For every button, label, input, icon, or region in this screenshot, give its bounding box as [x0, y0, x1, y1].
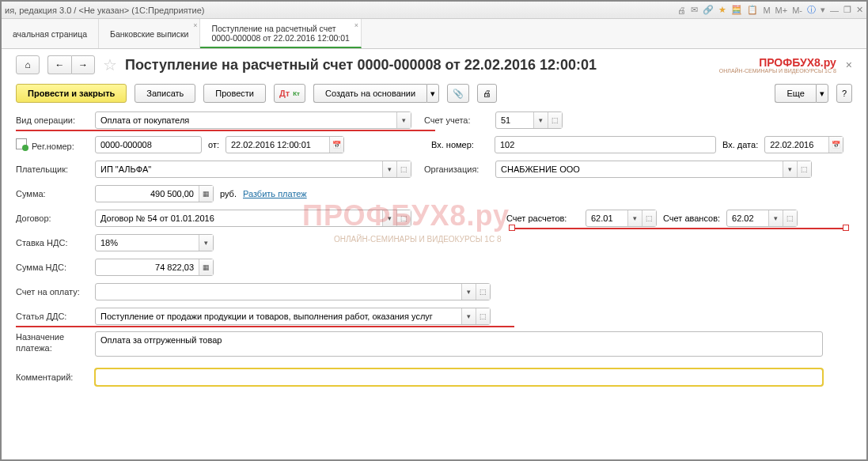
fav-icon[interactable]: ★ [718, 5, 726, 15]
account-input[interactable] [496, 112, 533, 128]
window-close-icon[interactable]: ✕ [856, 5, 863, 15]
favorite-icon[interactable]: ☆ [103, 55, 117, 74]
info-icon[interactable]: ⓘ [807, 4, 816, 16]
calculator-icon[interactable]: ▦ [199, 259, 213, 275]
acct-adv-input[interactable] [727, 210, 768, 226]
titlebar-icons: 🖨 ✉ 🔗 ★ 🧮 📋 M M+ M- ⓘ ▾ — ❐ ✕ [677, 4, 863, 16]
open-icon[interactable]: ⬚ [783, 210, 797, 226]
calendar-icon[interactable]: 📅 [828, 137, 843, 153]
open-icon[interactable]: ⬚ [396, 210, 411, 226]
logo: ПРОФБУХ8.ру ОНЛАЙН-СЕМИНАРЫ И ВИДЕОКУРСЫ… [719, 57, 836, 74]
register-icon[interactable]: ДтКт [274, 84, 305, 103]
print-icon[interactable]: 🖨 [677, 6, 686, 15]
label-comment: Комментарий: [16, 372, 95, 382]
cal-icon[interactable]: 📋 [747, 5, 758, 15]
label-purpose: Назначение платежа: [16, 331, 95, 354]
open-icon[interactable]: ⬚ [797, 161, 811, 177]
dropdown-icon[interactable]: ▾ [768, 210, 783, 226]
incnum-input[interactable] [495, 137, 715, 153]
label-account: Счет учета: [424, 115, 495, 125]
command-bar: Провести и закрыть Записать Провести ДтК… [2, 77, 866, 111]
back-button[interactable]: ← [47, 55, 71, 74]
label-payer: Плательщик: [16, 164, 95, 174]
help-button[interactable]: ? [836, 84, 852, 103]
label-vat-rate: Ставка НДС: [16, 238, 95, 248]
calculator-icon[interactable]: ▦ [199, 186, 213, 202]
operation-type-input[interactable] [96, 112, 396, 128]
calendar-icon[interactable]: 📅 [329, 137, 343, 153]
label-contract: Договор: [16, 213, 95, 223]
open-icon[interactable]: ⬚ [396, 161, 411, 177]
m-minus[interactable]: M- [792, 6, 802, 15]
save-button[interactable]: Записать [135, 84, 195, 103]
open-icon[interactable]: ⬚ [642, 210, 656, 226]
label-dds: Статья ДДС: [16, 312, 95, 321]
m-clear[interactable]: M [763, 6, 770, 15]
vat-sum-input[interactable] [96, 259, 199, 275]
dropdown-icon[interactable]: ▾ [382, 161, 396, 177]
tab-receipt[interactable]: Поступление на расчетный счет 0000-00000… [200, 19, 362, 48]
date-input[interactable] [226, 137, 329, 153]
dropdown-icon[interactable]: ▾ [199, 235, 213, 251]
label-date: от: [208, 140, 219, 149]
dropdown-icon[interactable]: ▾ [461, 284, 476, 300]
link-icon[interactable]: 🔗 [703, 5, 714, 15]
more-button[interactable]: Еще [775, 84, 815, 103]
label-vat-sum: Сумма НДС: [16, 263, 95, 272]
home-button[interactable]: ⌂ [16, 55, 40, 74]
attach-icon[interactable]: 📎 [447, 84, 469, 103]
purpose-textarea[interactable] [95, 331, 823, 357]
forward-button[interactable]: → [71, 55, 95, 74]
page-title: Поступление на расчетный счет 0000-00000… [125, 57, 597, 74]
dropdown-icon[interactable]: ▾ [821, 5, 825, 15]
post-and-close-button[interactable]: Провести и закрыть [16, 84, 127, 103]
payer-input[interactable] [96, 161, 382, 177]
close-icon[interactable]: × [354, 21, 358, 29]
minimize-icon[interactable]: — [830, 6, 839, 15]
m-plus[interactable]: M+ [775, 6, 788, 15]
tab-bank[interactable]: Банковские выписки × [99, 19, 200, 48]
status-icon [16, 138, 27, 149]
dropdown-icon[interactable]: ▾ [461, 308, 476, 324]
mail-icon[interactable]: ✉ [691, 5, 698, 15]
vat-rate-input[interactable] [96, 235, 199, 251]
incdate-input[interactable] [765, 137, 828, 153]
dropdown-icon[interactable]: ▾ [627, 210, 642, 226]
print-button-icon[interactable]: 🖨 [477, 84, 497, 103]
comment-input[interactable] [96, 369, 822, 385]
maximize-icon[interactable]: ❐ [843, 5, 851, 15]
form: Вид операции: ▾ Счет учета: ▾ ⬚ Рег.номе… [2, 111, 866, 387]
contract-input[interactable] [96, 210, 382, 226]
label-sum: Сумма: [16, 189, 95, 198]
acct-calc-input[interactable] [586, 210, 627, 226]
form-close-icon[interactable]: × [846, 59, 852, 71]
sum-input[interactable] [96, 186, 199, 202]
open-icon[interactable]: ⬚ [476, 308, 490, 324]
split-payment-link[interactable]: Разбить платеж [243, 189, 307, 198]
post-button[interactable]: Провести [203, 84, 266, 103]
tab-start[interactable]: ачальная страница [2, 19, 99, 48]
open-icon[interactable]: ⬚ [476, 284, 490, 300]
invoice-input[interactable] [96, 284, 461, 300]
create-based-button[interactable]: Создать на основании [313, 84, 426, 103]
label-acct-calc: Счет расчетов: [506, 213, 586, 223]
open-icon[interactable]: ⬚ [548, 112, 562, 128]
label-regnum: Рег.номер: [16, 138, 95, 151]
label-acct-adv: Счет авансов: [663, 213, 720, 223]
dropdown-icon[interactable]: ▾ [382, 210, 396, 226]
org-input[interactable] [496, 161, 783, 177]
close-icon[interactable]: × [193, 21, 197, 29]
dds-input[interactable] [96, 308, 461, 324]
label-operation: Вид операции: [16, 115, 95, 125]
create-based-dropdown[interactable]: ▾ [426, 84, 439, 103]
label-incnum: Вх. номер: [431, 140, 495, 149]
regnum-input[interactable] [96, 137, 201, 153]
dropdown-icon[interactable]: ▾ [396, 112, 411, 128]
label-org: Организация: [424, 164, 495, 174]
dropdown-icon[interactable]: ▾ [533, 112, 548, 128]
currency-label: руб. [220, 189, 237, 198]
calc-icon[interactable]: 🧮 [731, 5, 742, 15]
label-invoice: Счет на оплату: [16, 287, 95, 297]
more-dropdown[interactable]: ▾ [816, 84, 828, 103]
dropdown-icon[interactable]: ▾ [783, 161, 797, 177]
